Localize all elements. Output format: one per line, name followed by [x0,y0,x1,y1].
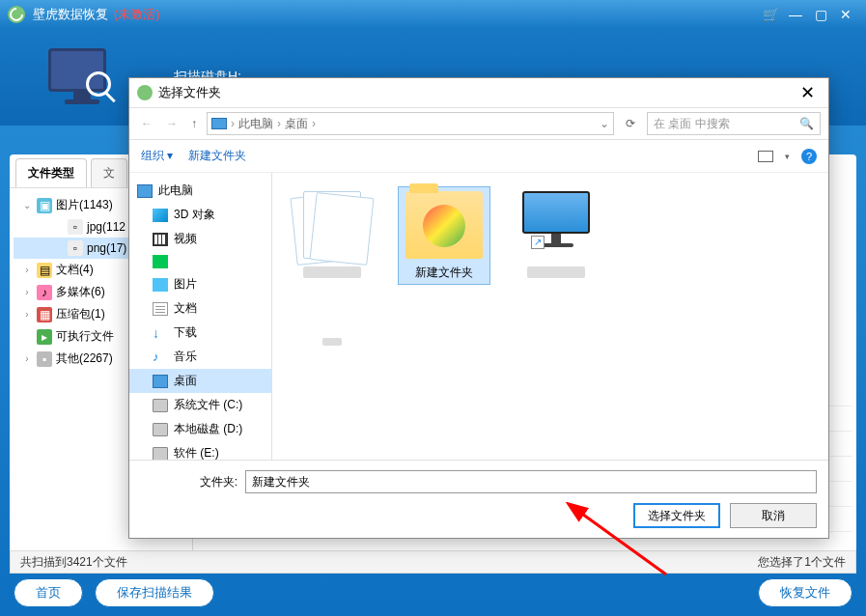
dialog-close-icon[interactable]: ✕ [795,82,821,103]
app-logo-icon [8,6,25,23]
sidebar-item-video[interactable]: 视频 [129,227,271,251]
tree-label: 多媒体(6) [56,284,105,300]
recover-button[interactable]: 恢复文件 [758,578,852,607]
folder-label: 新建文件夹 [403,265,486,280]
folder-item-shortcut[interactable]: ↗ [510,186,602,285]
tree-label: 可执行文件 [56,328,114,345]
blurred-label [527,266,585,278]
selection-count: 您选择了1个文件 [758,554,846,571]
crumb-drop-icon[interactable]: ⌄ [600,117,609,130]
blurred-label [322,338,342,346]
minimize-icon[interactable]: — [783,2,808,27]
sidebar-item-desktop[interactable]: 桌面 [129,369,271,393]
organize-menu[interactable]: 组织 ▾ [141,148,173,164]
pc-icon [211,118,227,129]
search-icon[interactable]: 🔍 [799,117,814,130]
maximize-icon[interactable]: ▢ [808,2,833,27]
sidebar-item-music[interactable]: ♪音乐 [129,345,271,369]
tab-file-type[interactable]: 文件类型 [15,158,87,187]
sidebar-item-downloads[interactable]: ↓下载 [129,321,271,345]
tree-label: 文档(4) [56,262,94,278]
sidebar-item-drive-e[interactable]: 软件 (E:) [129,441,271,460]
sidebar-item-documents[interactable]: 文档 [129,296,271,321]
breadcrumb[interactable]: › 此电脑 › 桌面 › ⌄ [207,112,614,135]
cancel-button[interactable]: 取消 [730,503,817,528]
tree-label: 压缩包(1) [56,306,105,322]
select-folder-button[interactable]: 选择文件夹 [633,503,720,528]
activation-status[interactable]: (未激活) [114,6,160,23]
scan-count: 共扫描到3421个文件 [20,554,127,571]
documents-stack-icon [293,191,371,259]
folder-picker-dialog: 选择文件夹 ✕ ← → ↑ › 此电脑 › 桌面 › ⌄ ⟳ 在 桌面 中搜索 … [128,77,829,539]
dialog-title: 选择文件夹 [158,84,221,101]
search-input[interactable]: 在 桌面 中搜索 🔍 [647,112,821,135]
folder-icon [405,191,483,259]
sidebar-item-this-pc[interactable]: 此电脑 [129,179,271,203]
scan-monitor-icon [48,48,116,106]
tab-other[interactable]: 文 [91,158,127,187]
bottom-button-row: 首页 保存扫描结果 恢复文件 [0,577,866,608]
dialog-sidebar: 此电脑 3D 对象 视频 图片 文档 ↓下载 ♪音乐 桌面 系统文件 (C:) … [129,173,272,460]
dialog-toolbar: 组织 ▾ 新建文件夹 ▾ ? [129,140,828,173]
main-window: 壁虎数据恢复 (未激活) 🛒 — ▢ ✕ 扫描磁盘H: 文件类型 文 ⌄▣图片(… [0,0,866,616]
monitor-shortcut-icon: ↗ [517,191,595,259]
new-folder-button[interactable]: 新建文件夹 [188,148,246,164]
search-placeholder: 在 桌面 中搜索 [654,116,730,132]
crumb-current[interactable]: 桌面 [285,116,308,132]
tree-label: jpg(112 [87,220,126,234]
sidebar-item-iqiyi[interactable] [129,251,271,272]
folder-name-input[interactable] [245,470,817,493]
sidebar-item-3d[interactable]: 3D 对象 [129,203,271,227]
folder-item-new-folder[interactable]: 新建文件夹 [398,186,490,285]
sidebar-item-drive-d[interactable]: 本地磁盘 (D:) [129,417,271,441]
nav-up-icon[interactable]: ↑ [187,117,201,130]
folder-item-docs[interactable] [286,186,378,352]
view-mode-icon[interactable] [758,151,773,162]
close-icon[interactable]: ✕ [833,2,858,27]
cart-icon[interactable]: 🛒 [758,2,783,27]
tree-label: 其他(2267) [56,350,113,367]
blurred-label [303,266,361,278]
sidebar-item-drive-c[interactable]: 系统文件 (C:) [129,393,271,417]
sidebar-item-pictures[interactable]: 图片 [129,272,271,296]
dialog-content[interactable]: 新建文件夹 ↗ [272,173,828,460]
refresh-icon[interactable]: ⟳ [620,117,641,130]
nav-forward-icon[interactable]: → [162,117,182,130]
folder-name-label: 文件夹: [141,474,237,490]
dialog-titlebar: 选择文件夹 ✕ [129,78,828,107]
help-icon[interactable]: ? [801,149,817,164]
tree-label: 图片(1143) [56,197,113,213]
titlebar: 壁虎数据恢复 (未激活) 🛒 — ▢ ✕ [0,0,866,29]
dialog-footer: 文件夹: 选择文件夹 取消 [129,460,828,538]
tree-label: png(17) [87,241,126,255]
status-bar: 共扫描到3421个文件 您选择了1个文件 [10,550,856,574]
app-name: 壁虎数据恢复 [33,6,108,23]
dialog-body: 此电脑 3D 对象 视频 图片 文档 ↓下载 ♪音乐 桌面 系统文件 (C:) … [129,173,828,460]
nav-back-icon[interactable]: ← [137,117,156,130]
crumb-root[interactable]: 此电脑 [238,116,273,132]
save-scan-button[interactable]: 保存扫描结果 [95,578,214,607]
home-button[interactable]: 首页 [14,578,83,607]
dialog-nav: ← → ↑ › 此电脑 › 桌面 › ⌄ ⟳ 在 桌面 中搜索 🔍 [129,107,828,140]
dialog-app-icon [137,85,153,100]
